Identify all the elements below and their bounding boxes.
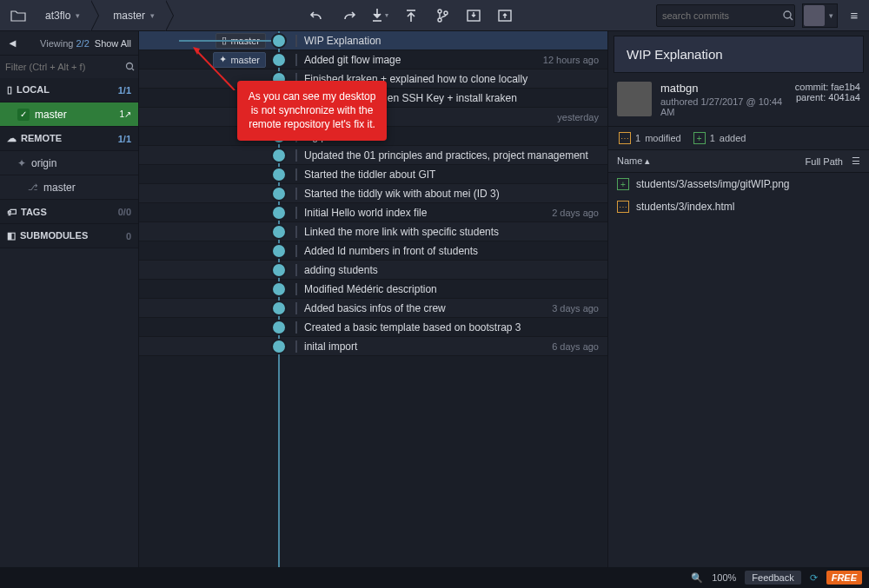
commit-row[interactable]: Added Id numbers in front of students <box>139 241 607 261</box>
commit-avatar <box>271 167 287 182</box>
commit-message: Modified Médéric description <box>295 283 607 295</box>
commit-row[interactable]: Initial Hello world index file2 days ago <box>139 203 607 222</box>
section-tags[interactable]: 🏷TAGS 0/0 <box>0 200 138 224</box>
commit-hash[interactable]: fae1b4 <box>831 82 860 92</box>
menu-button[interactable]: ≡ <box>845 8 864 23</box>
commit-time: 12 hours ago <box>534 55 607 65</box>
show-all-link[interactable]: Show All <box>95 38 131 49</box>
caret-down-icon: ▾ <box>150 11 155 20</box>
section-submodules[interactable]: ◧SUBMODULES 0 <box>0 224 138 248</box>
commit-time: 2 days ago <box>543 208 607 218</box>
commit-avatar <box>271 33 287 49</box>
feedback-button[interactable]: Feedback <box>745 571 800 585</box>
search-commits[interactable] <box>656 4 795 27</box>
svg-point-2 <box>444 11 448 15</box>
commit-avatar <box>271 243 287 259</box>
back-icon[interactable]: ◄ <box>7 36 18 50</box>
commit-avatar <box>271 148 287 163</box>
col-path[interactable]: Full Path <box>806 156 843 167</box>
sync-icon[interactable]: ⟳ <box>810 572 818 584</box>
commit-avatar <box>271 205 287 221</box>
filter-input[interactable] <box>5 62 125 72</box>
sidebar: ◄ Viewing 2/2 Show All ▯LOCAL 1/1 ✓ mast… <box>0 31 139 567</box>
commit-avatar <box>271 52 287 68</box>
submodule-icon: ◧ <box>7 230 16 241</box>
commit-time: 3 days ago <box>543 303 607 314</box>
section-remote[interactable]: ☁REMOTE 1/1 <box>0 127 138 151</box>
svg-point-6 <box>127 63 133 69</box>
added-stat: + 1 added <box>693 132 746 144</box>
sidebar-item-local-master[interactable]: ✓ master 1↗ <box>0 102 138 127</box>
search-input[interactable] <box>662 10 782 21</box>
zoom-icon[interactable]: 🔍 <box>691 572 703 584</box>
commit-avatar <box>271 339 287 354</box>
commit-detail: WIP Explanation matbgn authored 1/27/201… <box>608 31 869 567</box>
zoom-level: 100% <box>712 572 736 583</box>
stash-button[interactable] <box>459 3 488 28</box>
redo-button[interactable] <box>334 3 363 28</box>
caret-down-icon[interactable]: ▾ <box>826 11 836 20</box>
search-icon <box>782 10 794 22</box>
svg-point-1 <box>438 18 441 22</box>
file-row[interactable]: +students/3/assets/img/gitWIP.png <box>608 173 869 195</box>
commit-row[interactable]: Started the tiddly wik with about mei (I… <box>139 184 607 203</box>
commit-row[interactable]: Created a basic template based on bootst… <box>139 318 607 337</box>
branch-name: master <box>113 10 145 22</box>
user-avatar[interactable] <box>804 5 825 26</box>
list-view-icon[interactable]: ☰ <box>852 155 860 167</box>
commit-message: Initial Hello world index file <box>295 207 543 219</box>
commit-row[interactable]: ✦masterAdded git flow image12 hours ago <box>139 50 607 69</box>
commit-avatar <box>271 224 287 240</box>
col-name[interactable]: Name ▴ <box>617 155 650 167</box>
sidebar-item-origin[interactable]: ✦ origin <box>0 151 138 175</box>
pull-button[interactable]: ▾ <box>365 3 395 28</box>
modified-icon: ⋯ <box>617 201 629 213</box>
undo-button[interactable] <box>302 3 332 28</box>
commit-time: yesterday <box>548 112 607 122</box>
commit-avatar <box>271 320 287 335</box>
commit-graph: ▯masterWIP Explanation✦masterAdded git f… <box>139 31 608 567</box>
caret-down-icon: ▾ <box>76 11 80 20</box>
commit-message: Added Id numbers in front of students <box>295 245 607 257</box>
commit-avatar <box>271 186 287 202</box>
breadcrumb-branch[interactable]: master▾ <box>99 0 165 30</box>
commit-row[interactable]: Modified Médéric description <box>139 280 607 299</box>
repo-name: at3flo <box>45 10 70 22</box>
commit-row[interactable]: adding students <box>139 261 607 280</box>
annotation-callout: As you can see my desktop is not synchro… <box>237 81 387 141</box>
tag-icon: 🏷 <box>7 207 17 217</box>
section-local[interactable]: ▯LOCAL 1/1 <box>0 78 138 102</box>
pop-button[interactable] <box>490 3 520 28</box>
free-badge: FREE <box>826 571 862 585</box>
file-row[interactable]: ⋯students/3/index.html <box>608 195 869 218</box>
folder-icon[interactable] <box>5 0 31 31</box>
breadcrumb-repo[interactable]: at3flo▾ <box>31 0 90 30</box>
check-icon: ✓ <box>17 109 30 121</box>
commit-time: 6 days ago <box>543 341 607 352</box>
commit-row[interactable]: Updated the 01 principles and practices,… <box>139 146 607 165</box>
commit-message: Linked the more link with specific stude… <box>295 226 607 238</box>
sidebar-item-remote-master[interactable]: ⎇ master <box>0 175 138 200</box>
laptop-icon: ▯ <box>7 84 12 95</box>
commit-message: Created a basic template based on bootst… <box>295 321 607 334</box>
push-button[interactable] <box>396 3 426 28</box>
commit-row[interactable]: inital import6 days ago <box>139 337 607 356</box>
topbar: at3flo▾ master▾ ▾ ▾ ≡ <box>0 0 869 31</box>
commit-message: Started the tiddly wik with about mei (I… <box>295 188 607 200</box>
search-icon <box>125 62 136 72</box>
svg-point-5 <box>784 11 791 18</box>
commit-row[interactable]: ▯masterWIP Explanation <box>139 31 607 50</box>
author-avatar <box>617 82 652 116</box>
commit-avatar <box>271 281 287 297</box>
parent-hash[interactable]: 4041a4 <box>828 92 860 102</box>
branch-button[interactable] <box>428 3 457 28</box>
cloud-icon: ☁ <box>7 133 17 143</box>
commit-row[interactable]: Linked the more link with specific stude… <box>139 222 607 241</box>
commit-message: Added basics infos of the crew <box>295 302 543 314</box>
added-icon: + <box>693 132 706 144</box>
ref-remote[interactable]: ✦master <box>213 52 266 68</box>
commit-row[interactable]: Added basics infos of the crew3 days ago <box>139 299 607 318</box>
commit-avatar <box>271 262 287 278</box>
sort-icon: ▴ <box>645 155 650 166</box>
commit-row[interactable]: Started the tiddler about GIT <box>139 165 607 184</box>
